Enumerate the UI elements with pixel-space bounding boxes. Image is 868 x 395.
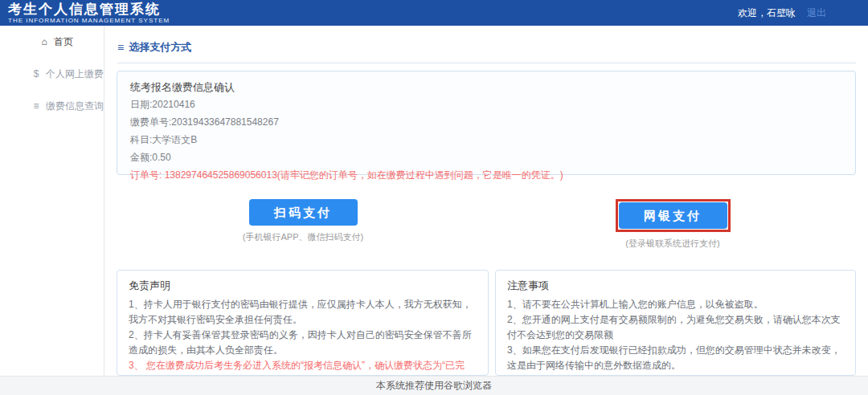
home-icon: ⌂ (38, 36, 51, 47)
sidebar-item-label: 个人网上缴费 (46, 67, 104, 81)
notice-box: 注意事项 1、请不要在公共计算机上输入您的账户信息，以免被盗取。 2、您开通的网… (495, 270, 856, 376)
scan-pay-button[interactable]: 扫码支付 (249, 199, 358, 226)
scan-pay-group: 扫码支付 (手机银行APP、微信扫码支付) (207, 199, 399, 243)
confirm-title: 统考报名缴费信息确认 (130, 79, 842, 96)
notes-section: 免责声明 1、持卡人用于银行支付的密码由银行提供，应仅属持卡人本人，我方无权获知… (104, 270, 868, 376)
notice-title: 注意事项 (507, 279, 844, 293)
disclaimer-box: 免责声明 1、持卡人用于银行支付的密码由银行提供，应仅属持卡人本人，我方无权获知… (117, 270, 489, 376)
footer-text: 本系统推荐使用谷歌浏览器 (376, 380, 492, 391)
payment-options: 扫码支付 (手机银行APP、微信扫码支付) 网银支付 (登录银联系统进行支付) (104, 175, 868, 270)
sidebar-item-label: 首页 (54, 35, 73, 49)
confirm-bill-number: 缴费单号:20319433647881548267 (130, 113, 842, 131)
scan-pay-caption: (手机银行APP、微信扫码支付) (207, 231, 399, 243)
netbank-pay-group: 网银支付 (登录银联系统进行支付) (576, 199, 769, 250)
disclaimer-item: 2、持卡人有妥善保管其登录密码的义务，因持卡人对自己的密码安全保管不善所造成的损… (129, 328, 477, 358)
footer: 本系统推荐使用谷歌浏览器 (0, 376, 868, 395)
page-title: 选择支付方式 (129, 40, 191, 55)
title-divider (117, 63, 856, 63)
notice-item: 1、请不要在公共计算机上输入您的账户信息，以免被盗取。 (507, 297, 844, 312)
confirm-date: 日期:20210416 (130, 96, 842, 113)
menu-icon: ≡ (117, 41, 124, 54)
top-header: 考生个人信息管理系统 THE INFORMATION MANAGEMENT SY… (0, 0, 868, 26)
page-head: ≡ 选择支付方式 (104, 26, 868, 63)
dollar-icon: $ (30, 68, 43, 79)
app-subtitle: THE INFORMATION MANAGEMENT SYSTEM (8, 18, 170, 24)
disclaimer-item-highlight: 3、 您在缴费成功后考生务必进入系统的“报考信息确认”，确认缴费状态为“已完成”… (129, 358, 477, 376)
list-icon: ≡ (30, 100, 43, 112)
sidebar-item-home[interactable]: ⌂ 首页 (0, 26, 104, 58)
sidebar: ⌂ 首页 ▦ 考生考试信息 ∨ 考生网上报考 ∨ ¥ 考生网上缴费 ∧ $ 个人… (0, 26, 104, 376)
confirm-subject: 科目:大学语文B (130, 131, 842, 149)
sidebar-item-label: 缴费信息查询 (46, 100, 104, 113)
app-brand: 考生个人信息管理系统 THE INFORMATION MANAGEMENT SY… (8, 2, 170, 24)
netbank-pay-caption: (登录银联系统进行支付) (576, 238, 769, 250)
netbank-highlight-box: 网银支付 (616, 199, 731, 232)
logout-link[interactable]: 退出 (807, 6, 826, 20)
main-content: ≡ 选择支付方式 统考报名缴费信息确认 日期:20210416 缴费单号:203… (104, 26, 868, 376)
app-title: 考生个人信息管理系统 (8, 2, 170, 16)
disclaimer-item: 1、持卡人用于银行支付的密码由银行提供，应仅属持卡人本人，我方无权获知，我方不对… (129, 297, 477, 328)
sidebar-item-personal-payment[interactable]: $ 个人网上缴费 (0, 58, 104, 90)
disclaimer-title: 免责声明 (129, 279, 477, 293)
notice-item: 3、如果您在支付后发现银行已经扣款成功，但您的交易管理中状态并未改变，这是由于网… (507, 343, 844, 373)
payment-confirm-box: 统考报名缴费信息确认 日期:20210416 缴费单号:203194336478… (117, 71, 856, 175)
confirm-amount: 金额:0.50 (130, 149, 842, 166)
welcome-text: 欢迎，石壁咏 (738, 6, 796, 20)
notice-item: 2、您开通的网上支付是有交易额限制的，为避免您交易失败，请确认您本次支付不会达到… (507, 312, 844, 343)
sidebar-item-payment-query[interactable]: ≡ 缴费信息查询 (0, 90, 104, 122)
netbank-pay-button[interactable]: 网银支付 (619, 202, 727, 229)
